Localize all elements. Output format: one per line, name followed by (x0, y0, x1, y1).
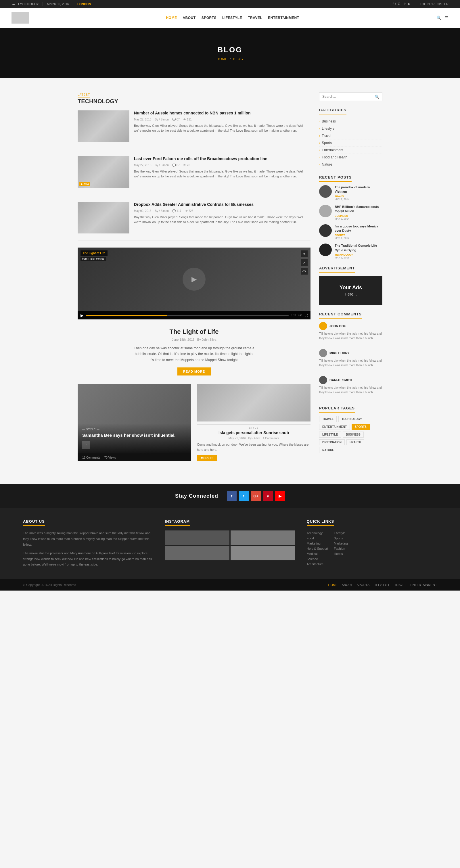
quick-link-help[interactable]: Help & Support (307, 546, 328, 551)
quick-link-architecture[interactable]: Architecture (307, 561, 328, 567)
categories-section: CATEGORIES › Business › Lifestyle › Trav… (319, 108, 382, 168)
tag-business[interactable]: BUSINESS (343, 432, 364, 438)
recent-post-3: I'm a goose too, says Monica over Dusty … (319, 224, 382, 240)
article-excerpt-1: Boy the way Glen Miller played. Songs th… (134, 123, 310, 133)
article-meta-3: May 02, 2016 By / Simon 💬 117 👁 725 (134, 209, 310, 213)
category-item-lifestyle[interactable]: › Lifestyle (319, 125, 382, 132)
footer-nav-travel[interactable]: TRAVEL (394, 583, 406, 587)
nav-item-home[interactable]: HOME (166, 16, 177, 20)
footer-nav-home[interactable]: HOME (328, 583, 338, 587)
li-icon-top[interactable]: in (404, 2, 406, 6)
tag-sports[interactable]: SPORTS (351, 424, 370, 430)
gp-icon-top[interactable]: G+ (398, 2, 402, 6)
quick-link-marketing1[interactable]: Marketing (307, 541, 328, 546)
quick-link-science[interactable]: Science (307, 556, 328, 561)
comment-avatar-2 (319, 349, 327, 357)
search-input[interactable] (319, 93, 372, 101)
article-title-3[interactable]: Dropbox Adds Greater Administrative Cont… (134, 202, 310, 208)
footer-main: ABOUT US The mate was a mighty sailing m… (0, 508, 460, 579)
play-button[interactable]: ▶ (81, 313, 84, 318)
quick-link-sports[interactable]: Sports (334, 536, 347, 541)
ad-box[interactable]: Your Ads Here... (319, 276, 382, 305)
youtube-button[interactable]: ▶ (275, 491, 285, 501)
breadcrumb-home: HOME (217, 57, 227, 61)
popular-tags-title: POPULAR TAGES (319, 406, 355, 412)
insta-thumb-1[interactable] (165, 530, 229, 545)
nav-item-about[interactable]: ABOUT (183, 16, 195, 20)
arrow-icon: › (319, 120, 320, 123)
style-cards: — STYLE — Samantha Bee says her show isn… (78, 384, 310, 461)
quick-link-technology[interactable]: Technology (307, 530, 328, 536)
tag-destination[interactable]: DESTINATION (319, 439, 345, 445)
quick-link-lifestyle[interactable]: Lifestyle (334, 530, 347, 536)
style-card-right: — STYLE — Isla gets personal after Sunri… (197, 384, 310, 461)
footer-nav-lifestyle[interactable]: LIFESTYLE (373, 583, 390, 587)
more-it-button[interactable]: MORE IT (197, 455, 217, 461)
popular-tags-section: POPULAR TAGES TRAVEL TECHNOLOGY ENTERTAI… (319, 406, 382, 453)
advertisement-section: ADVERTISEMENT Your Ads Here... (319, 266, 382, 305)
twitter-button[interactable]: t (239, 491, 249, 501)
read-more-button[interactable]: READ MORE (177, 367, 211, 375)
category-item-food[interactable]: › Food and Health (319, 154, 382, 161)
yt-icon-top[interactable]: ▶ (408, 2, 410, 6)
quick-link-food[interactable]: Food (307, 536, 328, 541)
article-title-1[interactable]: Number of Aussie homes connected to NBN … (134, 111, 310, 116)
tag-nature[interactable]: NATURE (319, 447, 337, 453)
footer-nav-sports[interactable]: SPORTS (357, 583, 369, 587)
category-item-business[interactable]: › Business (319, 118, 382, 125)
tag-technology[interactable]: TECHNOLOGY (338, 416, 365, 422)
insta-thumb-4[interactable] (231, 546, 295, 560)
article-views-1: 👁 121 (183, 118, 192, 121)
tag-entertainment[interactable]: ENTERTAINMENT (319, 424, 350, 430)
arrow-icon: › (319, 149, 320, 152)
tag-health[interactable]: HEALTH (346, 439, 364, 445)
breadcrumb: HOME / BLOG (11, 57, 449, 61)
fullscreen-icon[interactable]: ⛶ (304, 314, 308, 317)
insta-thumb-3[interactable] (165, 546, 229, 560)
style-card-left: — STYLE — Samantha Bee says her show isn… (78, 384, 191, 461)
right-card-title: Isla gets personal after Sunrise snub (197, 430, 310, 435)
right-card-tag: — STYLE — (197, 424, 310, 429)
search-icon[interactable]: 🔍 (436, 16, 441, 20)
pinterest-button[interactable]: P (263, 491, 273, 501)
article-date-3: May 02, 2016 (134, 209, 152, 213)
quick-link-medical[interactable]: Medical (307, 551, 328, 556)
nav-item-travel[interactable]: TRAVEL (248, 16, 262, 20)
heart-icon[interactable]: ♥ (301, 250, 308, 257)
article-excerpt-3: Boy the way Glen Miller played. Songs th… (134, 215, 310, 225)
search-button[interactable]: 🔍 (372, 93, 382, 101)
weather-icon: ☁ (11, 2, 15, 6)
article-date-1: May 22, 2016 (134, 118, 152, 121)
style-card-title-left: Samantha Bee says her show isn't influen… (82, 432, 187, 438)
footer-nav-about[interactable]: ABOUT (342, 583, 353, 587)
login-register-link[interactable]: LOGIN / REGISTER (420, 2, 449, 6)
nav-item-sports[interactable]: SPORTS (202, 16, 216, 20)
quick-link-fashion[interactable]: Fashion (334, 546, 347, 551)
arrow-button[interactable]: → (82, 441, 90, 449)
tw-icon-top[interactable]: t (395, 2, 396, 6)
quick-link-marketing2[interactable]: Marketing (334, 541, 347, 546)
quick-link-hotels[interactable]: Hotels (334, 551, 347, 556)
tag-travel[interactable]: TRAVEL (319, 416, 337, 422)
share-icon[interactable]: ↗ (301, 259, 308, 266)
top-social-icons: f t G+ in ▶ (393, 2, 410, 6)
arrow-icon: › (319, 163, 320, 166)
facebook-button[interactable]: f (227, 491, 237, 501)
insta-thumb-2[interactable] (231, 530, 295, 545)
progress-bar[interactable] (86, 315, 289, 316)
code-icon[interactable]: </> (301, 268, 308, 275)
top-bar: ☁ 17°C CLOUDY March 30, 2016 LONDON f t … (0, 0, 460, 8)
fb-icon-top[interactable]: f (393, 2, 394, 6)
tag-lifestyle[interactable]: LIFESTYLE (319, 432, 341, 438)
menu-icon[interactable]: ☰ (445, 16, 449, 20)
article-title-2[interactable]: Last ever Ford Falcon ute rolls off the … (134, 156, 310, 162)
category-item-travel[interactable]: › Travel (319, 132, 382, 140)
category-item-entertainment[interactable]: › Entertainment (319, 147, 382, 154)
googleplus-button[interactable]: G+ (251, 491, 261, 501)
article-views-2: 👁 20 (183, 164, 190, 167)
category-item-nature[interactable]: › Nature (319, 161, 382, 168)
nav-item-lifestyle[interactable]: LIFESTYLE (222, 16, 242, 20)
category-item-sports[interactable]: › Sports (319, 140, 382, 147)
footer-nav-entertainment[interactable]: ENTERTAINMENT (410, 583, 437, 587)
nav-item-entertainment[interactable]: ENTERTAINMENT (268, 16, 299, 20)
